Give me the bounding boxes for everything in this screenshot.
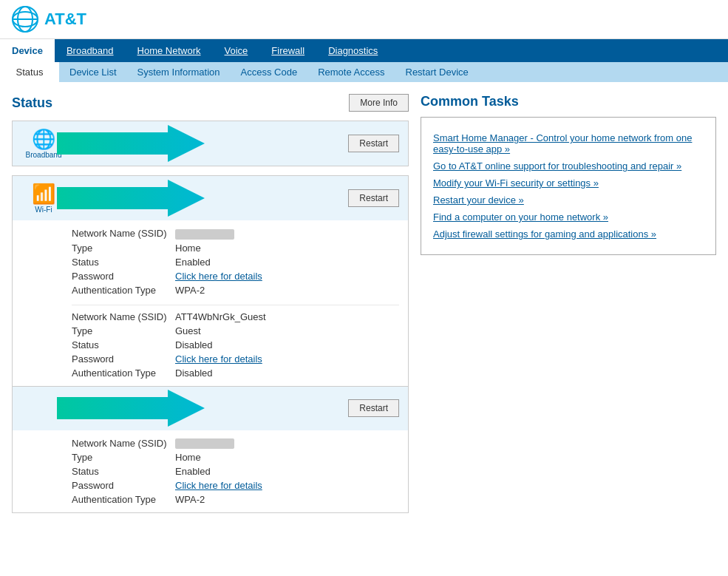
home5-status-label: Status — [72, 466, 175, 477]
home-password-value: Click here for details — [175, 271, 262, 282]
home-ssid-blurred — [175, 229, 234, 240]
home5-password-label: Password — [72, 480, 175, 491]
right-column: Common Tasks Smart Home Manager - Contro… — [421, 94, 716, 522]
home-password-label: Password — [72, 271, 175, 282]
nav-home-network[interactable]: Home Network — [126, 39, 213, 62]
att-logo: AT&T — [12, 6, 86, 33]
wifi-section: 📶 Wi-Fi 2.4 GHz Freq — [12, 175, 409, 513]
home-type-row: Type Home — [72, 241, 399, 255]
common-task-link-4[interactable]: Find a computer on your home network » — [433, 209, 704, 226]
att-logo-icon — [12, 6, 38, 33]
guest-auth-value: Disabled — [175, 367, 213, 379]
left-column: Status More Info 🌐 Broadband — [12, 94, 409, 522]
wifi-24-header: 📶 Wi-Fi 2.4 GHz Freq — [13, 176, 408, 220]
home-status-row: Status Enabled — [72, 255, 399, 269]
guest-type-value: Guest — [175, 325, 201, 336]
wifi-5-header: 5 GHz Frequency Status Restart — [13, 386, 408, 430]
common-task-link-2[interactable]: Modify your Wi-Fi security or settings » — [433, 175, 704, 192]
home5-type-row: Type Home — [72, 450, 399, 464]
more-info-button[interactable]: More Info — [349, 94, 409, 112]
guest-ssid-row: Network Name (SSID) ATT4WbNrGk_Guest — [72, 310, 399, 324]
home-type-label: Type — [72, 243, 175, 254]
guest-type-label: Type — [72, 325, 175, 336]
home5-auth-row: Authentication Type WPA-2 — [72, 492, 399, 506]
wifi-24-restart-button[interactable]: Restart — [348, 189, 399, 207]
nav-system-information[interactable]: System Information — [127, 62, 231, 82]
guest-password-label: Password — [72, 353, 175, 365]
home5-status-row: Status Enabled — [72, 464, 399, 478]
broadband-title: Broadband Co — [73, 138, 341, 149]
main-content: Status More Info 🌐 Broadband — [0, 82, 728, 534]
wifi-5-restart-button[interactable]: Restart — [348, 399, 399, 417]
guest-network-group: Network Name (SSID) ATT4WbNrGk_Guest Typ… — [72, 305, 399, 380]
guest-status-label: Status — [72, 339, 175, 350]
guest-password-value: Click here for details — [175, 353, 262, 365]
home-auth-row: Authentication Type WPA-2 — [72, 283, 399, 297]
broadband-icon-label: Broadband — [26, 151, 62, 159]
status-title: Status — [12, 95, 52, 111]
broadband-section: 🌐 Broadband Broadban — [12, 121, 409, 166]
home5-ssid-value — [175, 438, 234, 450]
nav-voice[interactable]: Voice — [213, 39, 260, 62]
status-header: Status More Info — [12, 94, 409, 112]
wifi-5-home-body: Network Name (SSID) Type Home Status Ena… — [13, 430, 408, 513]
nav-firewall[interactable]: Firewall — [259, 39, 316, 62]
nav-status-label: Status — [0, 62, 59, 82]
home5-password-link[interactable]: Click here for details — [175, 480, 262, 491]
home-auth-label: Authentication Type — [72, 285, 175, 296]
guest-type-row: Type Guest — [72, 324, 399, 338]
wifi-icon: 📶 — [32, 183, 55, 206]
common-task-link-5[interactable]: Adjust firewall settings for gaming and … — [433, 226, 704, 243]
home5-type-value: Home — [175, 452, 201, 463]
guest-status-row: Status Disabled — [72, 338, 399, 352]
home-type-value: Home — [175, 243, 201, 254]
guest-auth-label: Authentication Type — [72, 367, 175, 379]
nav-device: Device — [0, 39, 55, 62]
nav-diagnostics[interactable]: Diagnostics — [316, 39, 389, 62]
home-status-label: Status — [72, 257, 175, 268]
home-password-link[interactable]: Click here for details — [175, 271, 262, 282]
home-ssid-label: Network Name (SSID) — [72, 228, 175, 240]
home-auth-value: WPA-2 — [175, 285, 205, 296]
common-tasks-box: Smart Home Manager - Control your home n… — [421, 117, 716, 255]
nav-remote-access[interactable]: Remote Access — [307, 62, 395, 82]
guest-password-row: Password Click here for details — [72, 352, 399, 366]
nav-device-list[interactable]: Device List — [59, 62, 127, 82]
guest-status-value: Disabled — [175, 339, 213, 350]
nav-restart-device[interactable]: Restart Device — [395, 62, 479, 82]
home5-auth-label: Authentication Type — [72, 494, 175, 505]
logo-text: AT&T — [44, 10, 86, 29]
home-ssid-row: Network Name (SSID) — [72, 226, 399, 241]
guest-ssid-label: Network Name (SSID) — [72, 311, 175, 322]
common-tasks-title: Common Tasks — [421, 94, 716, 109]
wifi-24-home-body: Network Name (SSID) Type Home Status Ena… — [13, 220, 408, 386]
home5-auth-value: WPA-2 — [175, 494, 205, 505]
guest-ssid-value: ATT4WbNrGk_Guest — [175, 311, 266, 322]
primary-nav: Device Broadband Home Network Voice Fire… — [0, 39, 728, 62]
common-task-link-3[interactable]: Restart your device » — [433, 192, 704, 209]
home-status-value: Enabled — [175, 257, 211, 268]
wifi-icon-label: Wi-Fi — [35, 206, 52, 214]
wifi-icon-container: 📶 Wi-Fi — [21, 183, 66, 214]
common-task-link-0[interactable]: Smart Home Manager - Control your home n… — [433, 129, 704, 157]
nav-broadband[interactable]: Broadband — [55, 39, 126, 62]
secondary-nav: Status Device List System Information Ac… — [0, 62, 728, 82]
broadband-icon: 🌐 Broadband — [21, 128, 66, 159]
guest-auth-row: Authentication Type Disabled — [72, 366, 399, 380]
wifi-5-title: 5 GHz Frequency Status — [73, 403, 341, 414]
home-ssid-value — [175, 228, 234, 240]
home5-ssid-row: Network Name (SSID) — [72, 436, 399, 451]
broadband-section-header: 🌐 Broadband Broadban — [13, 121, 408, 166]
home5-password-row: Password Click here for details — [72, 478, 399, 492]
home5-ssid-blurred — [175, 438, 234, 449]
common-task-link-1[interactable]: Go to AT&T online support for troublesho… — [433, 157, 704, 175]
guest-password-link[interactable]: Click here for details — [175, 353, 262, 365]
home5-status-value: Enabled — [175, 466, 211, 477]
wifi-24-title: 2.4 GHz Frequency Status — [73, 193, 341, 204]
home-password-row: Password Click here for details — [72, 269, 399, 283]
broadband-restart-button[interactable]: Restart — [348, 135, 399, 152]
header: AT&T — [0, 0, 728, 39]
nav-access-code[interactable]: Access Code — [231, 62, 308, 82]
home5-type-label: Type — [72, 452, 175, 463]
home5-password-value: Click here for details — [175, 480, 262, 491]
